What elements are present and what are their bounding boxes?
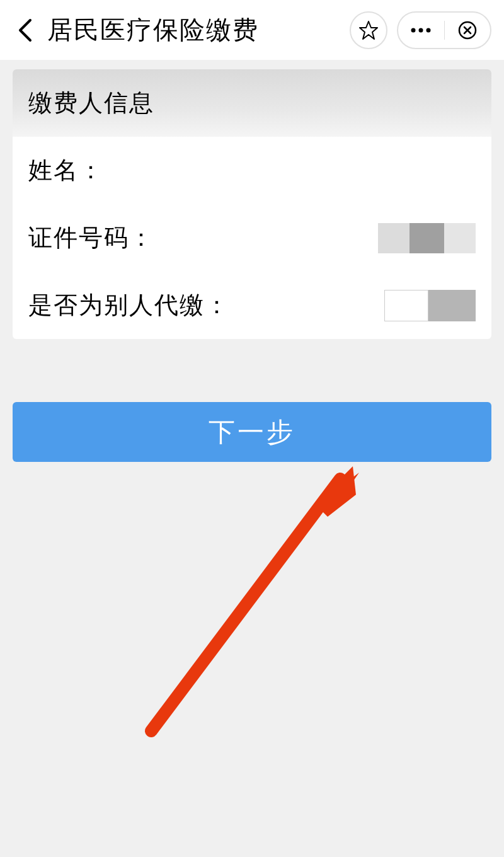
svg-line-5 — [151, 479, 340, 731]
name-label: 姓名： — [28, 154, 104, 187]
next-step-button[interactable]: 下一步 — [13, 402, 491, 462]
close-button[interactable] — [445, 13, 491, 48]
section-header: 缴费人信息 — [13, 69, 491, 137]
more-icon — [411, 28, 431, 33]
svg-marker-6 — [321, 473, 359, 514]
id-number-value-redacted — [378, 223, 476, 253]
header-actions — [350, 11, 491, 49]
payer-info-card: 缴费人信息 姓名： 证件号码： 是否为别人代缴： — [13, 69, 491, 339]
content-area: 缴费人信息 姓名： 证件号码： 是否为别人代缴： 下一步 — [0, 69, 504, 462]
id-number-row: 证件号码： — [13, 204, 491, 272]
app-header: 居民医疗保险缴费 — [0, 0, 504, 60]
proxy-pay-toggle[interactable] — [384, 290, 476, 321]
more-button[interactable] — [398, 13, 444, 48]
proxy-pay-label: 是否为别人代缴： — [28, 289, 230, 321]
page-title: 居民医疗保险缴费 — [47, 13, 259, 47]
svg-point-0 — [411, 28, 416, 32]
svg-marker-7 — [315, 466, 356, 517]
proxy-pay-row: 是否为别人代缴： — [13, 272, 491, 339]
name-row: 姓名： — [13, 137, 491, 204]
annotation-arrow-icon — [139, 466, 365, 737]
toggle-knob — [384, 290, 428, 321]
back-button[interactable] — [13, 18, 38, 43]
svg-point-1 — [419, 28, 423, 32]
svg-point-2 — [427, 28, 431, 32]
id-number-label: 证件号码： — [28, 222, 154, 254]
mini-program-capsule — [397, 11, 491, 49]
chevron-left-icon — [18, 18, 33, 43]
star-icon — [358, 20, 379, 40]
close-icon — [458, 21, 477, 40]
favorite-button[interactable] — [350, 11, 387, 49]
